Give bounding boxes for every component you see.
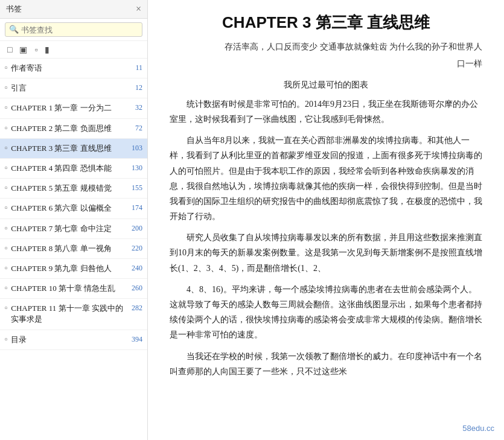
paragraphs-container: 统计数据有时候是非常可怕的。2014年9月23日，我正坐在我斯德哥尔摩的办公室里… [170, 97, 482, 379]
sidebar-item-ch9[interactable]: ▫ CHAPTER 9 第九章 归咎他人 240 [0, 259, 147, 279]
sidebar-item-page: 240 [128, 259, 147, 278]
close-icon[interactable]: × [136, 4, 141, 14]
bookmark-item-icon: ▫ [0, 199, 10, 218]
main-content: CHAPTER 3 第三章 直线思维 存活率高，人口反而变少 交通事故就像蛀齿 … [148, 0, 504, 440]
sidebar-item-page: 130 [128, 159, 147, 177]
collapse-all-button[interactable]: ▣ [17, 43, 30, 56]
sidebar-search-area: 🔍 [0, 19, 147, 41]
sidebar-item-ch5[interactable]: ▫ CHAPTER 5 第五章 规模错觉 155 [0, 179, 147, 199]
collapse-icon: ▣ [19, 45, 27, 54]
sidebar-item-page: 155 [128, 179, 147, 197]
sidebar-item-ch2[interactable]: ▫ CHAPTER 2 第二章 负面思维 72 [0, 119, 147, 139]
sidebar-item-ch8[interactable]: ▫ CHAPTER 8 第八章 单一视角 220 [0, 239, 147, 259]
search-icon: 🔍 [9, 25, 19, 34]
chapter-title: CHAPTER 3 第三章 直线思维 [170, 12, 482, 33]
sidebar-item-ch4[interactable]: ▫ CHAPTER 4 第四章 恐惧本能 130 [0, 159, 147, 179]
sidebar-item-page: 12 [128, 78, 147, 97]
sidebar-item-label: 引言 [10, 78, 128, 98]
sidebar-item-label: CHAPTER 9 第九章 归咎他人 [10, 259, 128, 278]
bookmark-item-icon: ▫ [0, 119, 10, 138]
sidebar-item-label: CHAPTER 5 第五章 规模错觉 [10, 179, 128, 198]
sidebar-item-label: CHAPTER 8 第八章 单一视角 [10, 239, 128, 258]
sidebar-item-label: CHAPTER 1 第一章 一分为二 [10, 98, 128, 118]
sidebar-item-page: 260 [128, 279, 147, 298]
bookmark-item-icon: ▫ [0, 159, 10, 178]
sidebar-item-author[interactable]: ▫ 作者寄语 11 [0, 59, 147, 78]
bookmark-item-icon: ▫ [0, 330, 10, 349]
sidebar-item-ch3[interactable]: ▫ CHAPTER 3 第三章 直线思维 103 [0, 139, 147, 159]
sidebar-item-page: 72 [128, 119, 147, 138]
watermark: 58edu.cc [462, 424, 494, 433]
bookmark-item-icon: ▫ [0, 59, 10, 78]
bookmark-item-icon: ▫ [0, 299, 10, 329]
sidebar-item-label: CHAPTER 11 第十一章 实践中的实事求是 [10, 299, 128, 329]
sidebar-item-page: 200 [128, 219, 147, 238]
expand-icon: □ [7, 45, 12, 54]
sidebar-item-toc[interactable]: ▫ 目录 394 [0, 330, 147, 350]
bookmark-filled-icon: ▮ [45, 45, 49, 54]
sidebar-item-label: CHAPTER 4 第四章 恐惧本能 [10, 159, 128, 178]
sidebar-item-label: CHAPTER 2 第二章 负面思维 [10, 119, 128, 138]
bookmark-item-icon: ▫ [0, 279, 10, 298]
search-input[interactable] [21, 25, 138, 34]
sidebar-item-page: 174 [128, 199, 147, 217]
sidebar-item-page: 282 [128, 299, 147, 317]
bookmark-item-icon: ▫ [0, 259, 10, 278]
section-title: 我所见过最可怕的图表 [170, 80, 482, 91]
bookmark-item-icon: ▫ [0, 98, 10, 118]
sidebar-item-label: CHAPTER 10 第十章 情急生乱 [10, 279, 128, 298]
sidebar-item-label: 作者寄语 [10, 59, 128, 78]
sidebar-item-page: 32 [128, 98, 147, 117]
sidebar-toolbar: □ ▣ ▫ ▮ [0, 41, 147, 59]
sidebar-item-label: CHAPTER 7 第七章 命中注定 [10, 219, 128, 238]
sidebar-title: 书签 [6, 4, 22, 14]
bookmark-icon: ▫ [34, 45, 37, 54]
paragraph-2: 自从当年8月以来，我就一直在关心西部非洲暴发的埃博拉病毒。和其他人一样，我看到了… [170, 133, 482, 224]
sidebar-item-label: CHAPTER 3 第三章 直线思维 [10, 139, 128, 158]
bookmark-item-icon: ▫ [0, 78, 10, 98]
bookmark-item-icon: ▫ [0, 139, 10, 158]
sidebar-item-intro[interactable]: ▫ 引言 12 [0, 78, 147, 98]
bookmark-item-icon: ▫ [0, 219, 10, 238]
bookmark-item-icon: ▫ [0, 239, 10, 258]
sidebar-item-page: 220 [128, 239, 147, 258]
paragraph-3: 研究人员收集了自从埃博拉病毒暴发以来的所有数据，并且用这些数据来推测直到10月末… [170, 230, 482, 276]
sidebar-header: 书签 × [0, 0, 147, 19]
sidebar-item-page: 11 [128, 59, 147, 77]
chapter-subtitle-line1: 存活率高，人口反而变少 交通事故就像蛀齿 为什么我的孙子和世界人 [170, 40, 482, 54]
sidebar-item-ch10[interactable]: ▫ CHAPTER 10 第十章 情急生乱 260 [0, 279, 147, 299]
sidebar-item-ch6[interactable]: ▫ CHAPTER 6 第六章 以偏概全 174 [0, 199, 147, 218]
expand-all-button[interactable]: □ [5, 43, 14, 56]
paragraph-1: 统计数据有时候是非常可怕的。2014年9月23日，我正坐在我斯德哥尔摩的办公室里… [170, 97, 482, 127]
bookmark-button[interactable]: ▫ [32, 43, 40, 56]
sidebar-item-ch11[interactable]: ▫ CHAPTER 11 第十一章 实践中的实事求是 282 [0, 299, 147, 330]
paragraph-5: 当我还在学校的时候，我第一次领教了翻倍增长的威力。在印度神话中有一个名叫查师那的… [170, 349, 482, 379]
paragraph-4: 4、8、16)。平均来讲，每一个感染埃博拉病毒的患者在去世前会感染两个人。这就导… [170, 282, 482, 343]
sidebar-item-label: 目录 [10, 330, 128, 349]
bookmark-item-icon: ▫ [0, 179, 10, 198]
chapter-subtitle-line2: 口一样 [170, 57, 482, 71]
sidebar: 书签 × 🔍 □ ▣ ▫ ▮ ▫ 作者寄语 11 ▫ 引言 12 ▫ CHAPT… [0, 0, 148, 440]
sidebar-item-ch1[interactable]: ▫ CHAPTER 1 第一章 一分为二 32 [0, 98, 147, 118]
sidebar-item-page: 103 [128, 139, 147, 158]
bookmark-filled-button[interactable]: ▮ [42, 43, 52, 56]
sidebar-item-page: 394 [128, 330, 147, 349]
sidebar-list: ▫ 作者寄语 11 ▫ 引言 12 ▫ CHAPTER 1 第一章 一分为二 3… [0, 59, 147, 440]
sidebar-item-ch7[interactable]: ▫ CHAPTER 7 第七章 命中注定 200 [0, 219, 147, 239]
search-box[interactable]: 🔍 [5, 22, 142, 37]
sidebar-item-label: CHAPTER 6 第六章 以偏概全 [10, 199, 128, 218]
